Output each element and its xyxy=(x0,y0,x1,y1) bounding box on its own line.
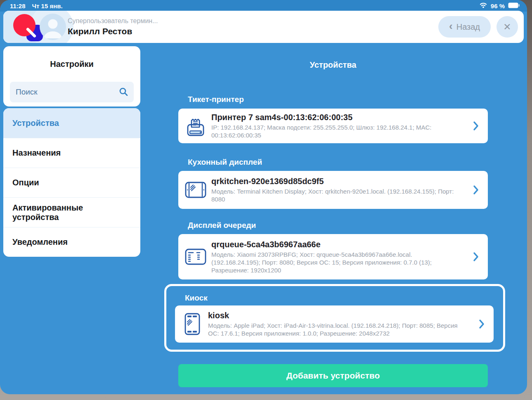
page-title: Устройства xyxy=(178,60,488,70)
sidebar-item-devices[interactable]: Устройства xyxy=(3,108,140,138)
section-label: Дисплей очереди xyxy=(178,221,488,230)
sidebar-item-assignments[interactable]: Назначения xyxy=(3,138,140,168)
search-input[interactable] xyxy=(10,82,134,102)
sidebar-settings-panel: Настройки xyxy=(3,46,140,107)
chevron-right-icon xyxy=(473,252,480,262)
battery-percent: 96 % xyxy=(491,2,505,9)
back-button[interactable]: ‹ Назад xyxy=(438,16,491,38)
device-name: kiosk xyxy=(208,311,474,320)
sidebar-item-activated-devices[interactable]: Активированные устройства xyxy=(3,197,140,227)
receipt-printer-icon xyxy=(185,115,206,137)
sidebar-item-options[interactable]: Опции xyxy=(3,168,140,197)
user-avatar xyxy=(40,14,66,40)
device-name: qrkitchen-920e1369d85dc9f5 xyxy=(211,177,468,186)
app-screen: 11:28 Чт 15 янв. 96 % xyxy=(0,0,527,394)
device-details: Модель: Terminal Kitchen Display; Хост: … xyxy=(211,187,459,203)
section-kitchen-display: Кухонный дисплей qrkitchen-920e1369d85dc… xyxy=(178,158,488,209)
status-date: Чт 15 янв. xyxy=(32,2,63,9)
header: Суперпользователь термин... Кирилл Ресто… xyxy=(3,11,524,43)
status-bar: 11:28 Чт 15 янв. 96 % xyxy=(0,0,527,12)
chevron-right-icon xyxy=(479,319,485,329)
chevron-left-icon: ‹ xyxy=(449,20,453,33)
user-role: Суперпользователь термин... xyxy=(68,17,158,25)
section-label: Тикет-принтер xyxy=(178,95,488,104)
device-name: qrqueue-5ca4a3b6967aa66e xyxy=(211,240,468,249)
close-icon: ✕ xyxy=(503,21,511,33)
wifi-icon xyxy=(479,2,487,9)
chevron-right-icon xyxy=(473,121,480,131)
sidebar-item-notifications[interactable]: Уведомления xyxy=(3,227,140,257)
section-label: Киоск xyxy=(175,293,208,303)
app-logo-icon xyxy=(13,14,43,40)
status-time: 11:28 xyxy=(10,2,26,9)
sidebar-title: Настройки xyxy=(3,46,140,69)
device-card-queue-display[interactable]: qrqueue-5ca4a3b6967aa66e Модель: Xiaomi … xyxy=(178,234,488,279)
user-name: Кирилл Рестов xyxy=(68,26,132,36)
section-queue-display: Дисплей очереди qrqueue-5ca4a3b6967aa6 xyxy=(178,221,488,279)
queue-display-icon xyxy=(185,249,206,265)
device-name: Принтер 7 sam4s-00:13:62:06:00:35 xyxy=(211,113,468,122)
close-button[interactable]: ✕ xyxy=(497,16,518,38)
section-label: Кухонный дисплей xyxy=(178,158,488,167)
device-details: Модель: Apple iPad; Хост: iPad-Air-13-vi… xyxy=(208,322,464,337)
battery-icon xyxy=(508,2,520,9)
device-card-kitchen-display[interactable]: qrkitchen-920e1369d85dc9f5 Модель: Termi… xyxy=(178,171,488,209)
add-device-button[interactable]: Добавить устройство xyxy=(178,364,488,387)
kitchen-display-icon xyxy=(185,181,206,199)
kiosk-icon xyxy=(182,313,203,335)
device-card-kiosk[interactable]: kiosk Модель: Apple iPad; Хост: iPad-Air… xyxy=(175,305,494,343)
section-ticket-printer: Тикет-принтер Принтер 7 sam4s-00:13:62:0… xyxy=(178,95,488,143)
back-button-label: Назад xyxy=(456,22,480,32)
device-details: Модель: Xiaomi 23073RPBFG; Хост: qrqueue… xyxy=(211,251,445,274)
device-card-printer[interactable]: Принтер 7 sam4s-00:13:62:06:00:35 IP: 19… xyxy=(178,109,488,143)
kiosk-highlight-ring: Киоск kiosk Модель: Apple iPad; Хост: iP… xyxy=(164,284,505,352)
device-details: IP: 192.168.24.137; Маска подсети: 255.2… xyxy=(211,123,468,139)
search-icon[interactable] xyxy=(119,87,129,99)
sidebar-menu: Устройства Назначения Опции Активированн… xyxy=(3,108,140,257)
chevron-right-icon xyxy=(473,185,480,195)
